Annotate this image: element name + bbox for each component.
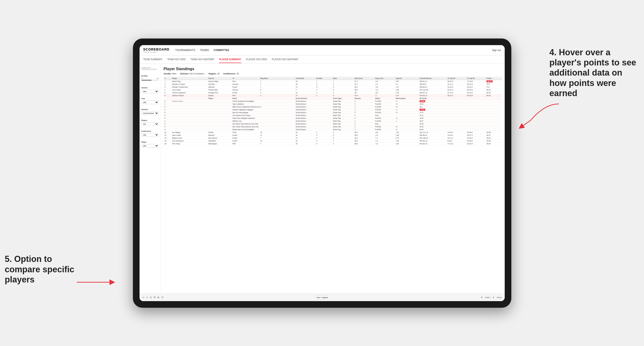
download-btn[interactable]: ⬇	[493, 296, 494, 299]
toolbar-left: ↩ ↪ ↻ ⧉ ⚙ ⏱	[142, 296, 164, 299]
standings-table: # Player School Yr Reg Rank Conf Rank No…	[164, 77, 502, 145]
region-select[interactable]: N/A	[142, 122, 159, 126]
filter-division: Division: NCAA Division I	[180, 72, 205, 75]
col-player: Player	[171, 77, 208, 80]
navbar-left: SCOREBOARD Powered by clippi TOURNAMENTS…	[143, 47, 230, 53]
copy-btn[interactable]: ⧉	[154, 296, 156, 299]
sidebar-conference-section: Conference (All)	[142, 130, 159, 137]
main-panel: Player Standings Gender: Men Division: N…	[161, 64, 505, 294]
subnav-team-h2h-heatmap[interactable]: TEAM H2H HEATMAP	[190, 56, 214, 63]
col-yr: Yr	[232, 77, 260, 80]
table-row: 4 Luke Claton Florida State Second 5 2 2…	[164, 88, 502, 91]
redo-btn[interactable]: ↪	[146, 296, 148, 299]
table-row: 3 Michael Thorbjornsen Stanford Fourth 1…	[164, 85, 502, 88]
watch-btn[interactable]: Watch	[485, 296, 490, 299]
table-row: 24 Bastien Amat New Mexico Fourth 1 27 2…	[164, 137, 502, 139]
col-rank: #	[164, 77, 171, 80]
arrow-right-annotation	[512, 102, 564, 130]
main-content: Update time: 27/01/2024 16:56:26 No Rds.…	[140, 64, 505, 294]
standings-title: Player Standings	[164, 67, 502, 71]
col-avg-to-par: Avg to Par	[374, 77, 395, 80]
share-btn[interactable]: Share	[497, 296, 502, 299]
gender-select[interactable]: Men Women	[142, 90, 159, 93]
col-overall: Overall Record	[418, 77, 446, 80]
app-subtitle: Powered by clippi	[143, 51, 170, 53]
table-row: 1 Wenyi Ding Arizona State First 1 15 1 …	[164, 80, 502, 83]
event-row: 9 Amer An Intercollegiate NCAA Division …	[164, 111, 502, 114]
filter-gender: Gender: Men	[164, 72, 177, 75]
sidebar-year-section: Year (All)	[142, 98, 159, 104]
event-row: 9 Fallen Oak Collegiate Invitational NCA…	[164, 117, 502, 120]
arrow-left-annotation	[74, 273, 122, 292]
toolbar-right: 👁 Watch ⬇ Share	[481, 296, 502, 299]
event-row: 9 The Cypress Point Classic NCAA Divisio…	[164, 114, 502, 117]
col-points: Points	[486, 77, 502, 80]
col-conf-rank: Conf Rank	[295, 77, 316, 80]
table-row: 6 Jackson Koizan Auburn First 2 27 1 0 6…	[164, 94, 502, 97]
col-reg-rank: Reg Rank	[260, 77, 295, 80]
table-row: 25 Cole Sherwood Vanderbilt Fourth 12 23…	[164, 139, 502, 142]
navbar-right: Sign out	[492, 49, 501, 51]
col-vs-top50: Vs Top 50	[466, 77, 486, 80]
event-row: 9 Southern Highlands Collegiate NCAA Div…	[164, 108, 502, 111]
sidebar-region-section: Region N/A	[142, 119, 159, 126]
toolbar-center: View: Original	[315, 296, 330, 299]
refresh-btn[interactable]: ↻	[150, 296, 152, 299]
event-row: 9 Mirabel Maui Jim Intercollegiate NCAA …	[164, 128, 502, 131]
nav-tournaments[interactable]: TOURNAMENTS	[175, 49, 195, 51]
sidebar: Update time: 27/01/2024 16:56:26 No Rds.…	[140, 64, 161, 294]
subnav-team-summary[interactable]: TEAM SUMMARY	[143, 56, 163, 63]
tablet-frame: SCOREBOARD Powered by clippi TOURNAMENTS…	[133, 38, 511, 308]
table-row: 23 Jack Lundin Missouri Fourth 11 24 0 0…	[164, 134, 502, 137]
event-row: 9 SEC Stroke Play hosted by Jerry Pate N…	[164, 125, 502, 128]
division-select[interactable]: NCAA Division I	[142, 112, 159, 115]
event-row: 9 Williams Cup NCAA Division I Match Pla…	[164, 120, 502, 122]
event-sub-header: Player Event Event Division Event Type R…	[164, 97, 502, 100]
settings-btn[interactable]: ⚙	[157, 296, 160, 299]
watch-icon: 👁	[481, 296, 483, 299]
undo-btn[interactable]: ↩	[142, 296, 144, 299]
sign-out-link[interactable]: Sign out	[492, 49, 501, 51]
navbar: SCOREBOARD Powered by clippi TOURNAMENTS…	[140, 45, 505, 55]
range-bar[interactable]	[142, 80, 159, 81]
player-select[interactable]: (All)	[142, 144, 159, 148]
sidebar-division-section: Division NCAA Division I	[142, 108, 159, 115]
update-time: Update time: 27/01/2024 16:56:26	[142, 67, 159, 70]
sidebar-gender-section: Gender Men Women	[142, 87, 159, 93]
bottom-toolbar: ↩ ↪ ↻ ⧉ ⚙ ⏱ View: Original 👁 Watch ⬇ Sha…	[140, 294, 505, 301]
subnav-player-summary[interactable]: PLAYER SUMMARY	[219, 56, 241, 63]
logo-area: SCOREBOARD Powered by clippi	[143, 47, 170, 53]
filter-region: Region: All	[208, 72, 220, 75]
nav-committee[interactable]: COMMITTEE	[214, 49, 229, 51]
tablet-screen: SCOREBOARD Powered by clippi TOURNAMENTS…	[140, 45, 505, 301]
col-adj-score: Adj. Score	[354, 77, 374, 80]
col-wins: Wins	[332, 77, 354, 80]
col-school: School	[208, 77, 232, 80]
clock-btn[interactable]: ⏱	[161, 296, 164, 299]
table-row: 26 Petr Hruby Washington Fifth 7 23 0 1 …	[164, 142, 502, 145]
filter-conference: Conference: All	[223, 72, 239, 75]
subnav-team-h2h-grid[interactable]: TEAM H2H GRID	[167, 56, 186, 63]
nav-teams[interactable]: TEAMS	[200, 49, 209, 51]
col-vs-top25: Vs Top 25	[446, 77, 466, 80]
year-select[interactable]: (All)	[142, 101, 159, 104]
nav-links: TOURNAMENTS TEAMS COMMITTEE	[175, 49, 230, 51]
sidebar-player-section: Player (All)	[142, 141, 159, 148]
app-title: SCOREBOARD	[143, 47, 170, 51]
subnav-player-h2h-grid[interactable]: PLAYER H2H GRID	[246, 56, 267, 63]
subnav: TEAM SUMMARY TEAM H2H GRID TEAM H2H HEAT…	[140, 55, 505, 64]
subnav-player-h2h-heatmap[interactable]: PLAYER H2H HEATMAP	[272, 56, 298, 63]
col-avg-sg: Avg SG	[395, 77, 418, 80]
event-row: 9 Tiger Invitational NCAA Division I Str…	[164, 103, 502, 105]
table-row: 5 Christo Lamprecht Georgia Tech Fourth …	[164, 91, 502, 94]
table-row: 2 Michael Le Sasso Ole Miss Second 1 18 …	[164, 83, 502, 85]
annotation-right: 4. Hover over a player's points to see a…	[550, 47, 639, 98]
view-original-btn[interactable]: View: Original	[315, 296, 330, 299]
event-row: 9 Wake Forest Invitational at Pinehurst …	[164, 105, 502, 108]
event-row: 9 Jackson Koizan UNCW Seahawk Intercolle…	[164, 100, 502, 103]
table-header-row: # Player School Yr Reg Rank Conf Rank No…	[164, 77, 502, 80]
sidebar-no-rds: No Rds. 4 52	[142, 75, 159, 82]
col-no-rds: No Rds.	[316, 77, 332, 80]
conference-select[interactable]: (All)	[142, 133, 159, 137]
table-row: 22 Ian Gilligan Florida Third 10 24 1 0 …	[164, 131, 502, 134]
